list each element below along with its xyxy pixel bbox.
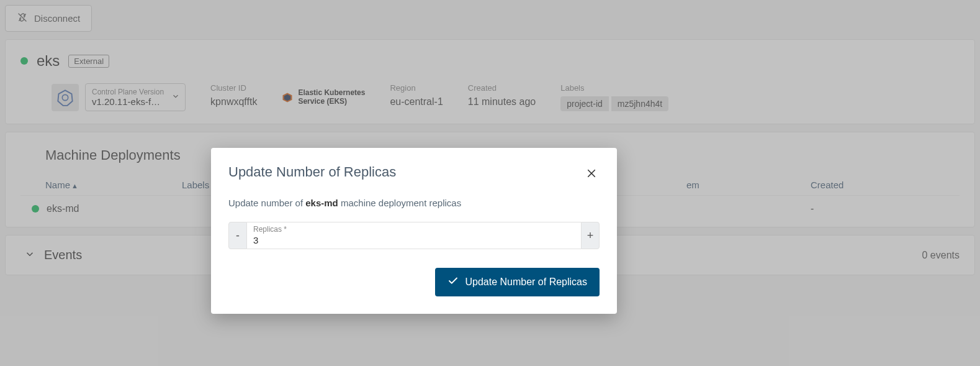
close-icon: [586, 167, 597, 182]
update-replicas-modal: Update Number of Replicas Update number …: [211, 148, 617, 314]
replicas-stepper: - Replicas * +: [228, 222, 600, 249]
increment-button[interactable]: +: [581, 222, 600, 249]
decrement-button[interactable]: -: [228, 222, 247, 249]
modal-body: Update number of eks-md machine deployme…: [228, 198, 600, 208]
close-button[interactable]: [583, 164, 600, 185]
replicas-label: Replicas *: [253, 225, 575, 234]
submit-label: Update Number of Replicas: [465, 277, 587, 288]
replicas-input[interactable]: [253, 234, 575, 248]
check-icon: [447, 275, 459, 289]
modal-overlay[interactable]: Update Number of Replicas Update number …: [0, 0, 980, 366]
modal-title: Update Number of Replicas: [228, 164, 396, 180]
submit-button[interactable]: Update Number of Replicas: [435, 268, 600, 296]
